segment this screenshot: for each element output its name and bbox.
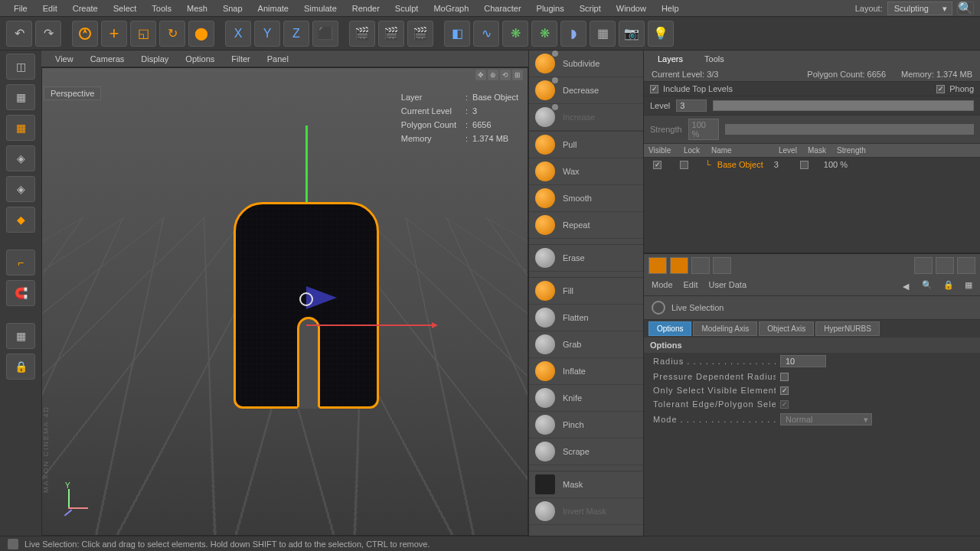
render-view[interactable]: 🎬 — [349, 21, 375, 47]
flatten-brush[interactable]: Flatten — [529, 305, 643, 331]
layers-tab[interactable]: Layers — [647, 52, 694, 66]
attr-lock-icon[interactable]: 🔒 — [943, 280, 954, 292]
smooth-brush[interactable]: Smooth — [529, 185, 643, 212]
attr-icon-3[interactable] — [691, 257, 710, 274]
polygon-mode[interactable]: ◆ — [6, 207, 35, 233]
camera-tool[interactable]: ▦ — [590, 21, 616, 47]
panel-menu[interactable]: Panel — [260, 53, 296, 65]
attr-icon-1[interactable] — [648, 257, 667, 274]
object-mode[interactable]: ▦ — [6, 84, 35, 110]
menu-file[interactable]: File — [6, 2, 35, 15]
pinch-brush[interactable]: Pinch — [529, 412, 643, 439]
options-menu[interactable]: Options — [178, 53, 222, 65]
level-input[interactable]: 3 — [676, 99, 707, 112]
menu-render[interactable]: Render — [345, 2, 387, 15]
model-mode[interactable]: ◫ — [6, 54, 35, 80]
search-icon[interactable]: 🔍 — [957, 2, 974, 15]
coord-system[interactable]: ⬛ — [312, 21, 338, 47]
gizmo-x-axis[interactable] — [306, 324, 436, 326]
z-axis-lock[interactable]: Z — [283, 21, 309, 47]
nav-zoom-icon[interactable]: ⊕ — [488, 70, 498, 80]
visible-elements-checkbox[interactable]: ✓ — [780, 386, 789, 395]
repeat-brush[interactable]: Repeat — [529, 212, 643, 239]
mode-dropdown[interactable]: Normal — [780, 413, 872, 425]
menu-tools[interactable]: Tools — [144, 2, 179, 15]
scale-tool[interactable]: ◱ — [130, 21, 156, 47]
cameras-menu[interactable]: Cameras — [83, 53, 132, 65]
menu-select[interactable]: Select — [106, 2, 145, 15]
erase-brush[interactable]: Erase — [529, 245, 643, 272]
filter-menu[interactable]: Filter — [224, 53, 257, 65]
nav-pan-icon[interactable]: ✥ — [475, 70, 486, 80]
attr-userdata-menu[interactable]: User Data — [709, 280, 747, 292]
layer-lock-checkbox[interactable] — [680, 161, 688, 169]
view-menu[interactable]: View — [47, 53, 81, 65]
wax-brush[interactable]: Wax — [529, 158, 643, 185]
hypernurbs-tab[interactable]: HyperNURBS — [815, 321, 880, 336]
inflate-brush[interactable]: Inflate — [529, 358, 643, 385]
tools-tab[interactable]: Tools — [694, 52, 735, 66]
menu-script[interactable]: Script — [572, 2, 609, 15]
lock-mode[interactable]: 🔒 — [6, 354, 35, 380]
render-settings[interactable]: 🎬 — [407, 21, 433, 47]
attr-edit-menu[interactable]: Edit — [684, 280, 698, 292]
texture-mode[interactable]: ▦ — [6, 115, 35, 141]
x-axis-lock[interactable]: X — [225, 21, 251, 47]
layer-row-base[interactable]: ✓ └ Base Object 3 100 % — [644, 158, 980, 171]
subdivide-button[interactable]: Subdivide — [529, 51, 643, 77]
strength-input[interactable]: 100 % — [688, 119, 719, 140]
menu-plugins[interactable]: Plugins — [529, 2, 572, 15]
workplane-mode[interactable]: ▦ — [6, 323, 35, 349]
menu-mograph[interactable]: MoGraph — [426, 2, 476, 15]
mask-brush[interactable]: Mask — [529, 471, 643, 498]
attr-icon-2[interactable] — [670, 257, 688, 274]
rotate-tool[interactable]: ↻ — [159, 21, 185, 47]
phong-checkbox[interactable]: ✓ — [936, 85, 945, 93]
menu-animate[interactable]: Animate — [250, 2, 296, 15]
decrease-button[interactable]: Decrease — [529, 77, 643, 104]
light-icon[interactable]: 💡 — [648, 21, 674, 47]
menu-create[interactable]: Create — [65, 2, 106, 15]
pressure-checkbox[interactable] — [780, 373, 789, 381]
display-menu[interactable]: Display — [133, 53, 176, 65]
environment-tool[interactable]: ◗ — [560, 21, 586, 47]
point-mode[interactable]: ◈ — [6, 145, 35, 171]
attr-nav-back-icon[interactable]: ◄ — [900, 280, 911, 292]
nav-layout-icon[interactable]: ⊞ — [512, 70, 523, 80]
axis-mode[interactable]: ⌐ — [6, 249, 35, 276]
menu-mesh[interactable]: Mesh — [179, 2, 215, 15]
menu-snap[interactable]: Snap — [215, 2, 250, 15]
menu-window[interactable]: Window — [609, 2, 654, 15]
strength-slider[interactable] — [725, 124, 974, 135]
fill-brush[interactable]: Fill — [529, 278, 643, 305]
pull-brush[interactable]: Pull — [529, 132, 643, 158]
attr-menu-icon[interactable]: ▦ — [965, 280, 972, 292]
object-axis-tab[interactable]: Object Axis — [759, 321, 814, 336]
attr-icon-6[interactable] — [936, 257, 954, 274]
attr-icon-4[interactable] — [713, 257, 731, 274]
last-tool[interactable]: ⬤ — [188, 21, 214, 47]
layer-mask-checkbox[interactable] — [800, 161, 808, 169]
render-region[interactable]: 🎬 — [378, 21, 404, 47]
select-tool[interactable] — [72, 21, 98, 47]
layer-visible-checkbox[interactable]: ✓ — [653, 161, 662, 169]
scrape-brush[interactable]: Scrape — [529, 439, 643, 465]
sculpt-object[interactable] — [234, 202, 387, 424]
redo-button[interactable]: ↷ — [35, 21, 61, 47]
menu-help[interactable]: Help — [654, 2, 687, 15]
undo-button[interactable]: ↶ — [6, 21, 32, 47]
move-tool[interactable]: + — [101, 21, 127, 47]
spline-tool[interactable]: ∿ — [473, 21, 499, 47]
primitive-cube[interactable]: ◧ — [444, 21, 470, 47]
attr-mode-menu[interactable]: Mode — [652, 280, 673, 292]
deformer-tool[interactable]: ❋ — [531, 21, 557, 47]
knife-brush[interactable]: Knife — [529, 385, 643, 412]
light-tool[interactable]: 📷 — [619, 21, 645, 47]
nav-orbit-icon[interactable]: ⟲ — [500, 70, 511, 80]
menu-simulate[interactable]: Simulate — [296, 2, 345, 15]
y-axis-lock[interactable]: Y — [254, 21, 280, 47]
edge-mode[interactable]: ◈ — [6, 176, 35, 202]
attr-icon-7[interactable] — [957, 257, 975, 274]
level-slider[interactable] — [713, 100, 974, 111]
layout-dropdown[interactable]: Sculpting — [887, 2, 952, 15]
